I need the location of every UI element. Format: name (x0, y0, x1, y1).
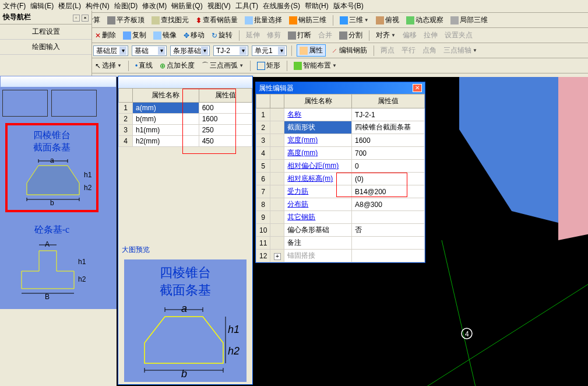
rotate-button[interactable]: ↻旋转 (210, 30, 234, 41)
menu-component[interactable]: 构件(N) (86, 1, 110, 11)
move-button[interactable]: ✥移动 (182, 30, 206, 41)
shape-thumb-small-1[interactable] (2, 90, 48, 117)
parallel-button[interactable]: 平行 (400, 45, 417, 56)
expand-icon[interactable]: + (274, 253, 281, 260)
shape-thumb-small-2[interactable] (51, 90, 97, 117)
align-button[interactable]: 对齐▼ (374, 30, 397, 41)
dyn-button[interactable]: 动态观察 (404, 15, 445, 26)
prop-name-cell[interactable]: 分布筋 (284, 198, 352, 211)
addlen-button[interactable]: ⊕点加长度 (158, 60, 196, 71)
prop-value-cell[interactable]: A8@300 (351, 198, 424, 211)
shape-thumb-concrete-strip[interactable]: 砼条基-c A h1 h2 B (5, 220, 98, 304)
stretch-button[interactable]: 拉伸 (422, 30, 439, 41)
rect-button[interactable]: 矩形 (255, 60, 282, 71)
merge-button[interactable]: 合并 (316, 30, 334, 41)
prop-name-cell[interactable]: 高度(mm) (284, 147, 352, 160)
cell-h2-name[interactable]: h2(mm) (133, 136, 199, 147)
nav-draw-input[interactable]: 绘图输入 (0, 40, 91, 55)
prop-button[interactable]: 属性 (297, 44, 326, 57)
small-prop-titlebar[interactable] (118, 76, 252, 88)
two-button[interactable]: 两点 (379, 45, 396, 56)
nav-pin-icon[interactable]: ▫ (73, 15, 80, 22)
prop-value-cell[interactable]: 0 (351, 160, 424, 173)
menu-file[interactable]: 文件(F) (3, 1, 26, 11)
prop-name-cell[interactable]: 备注 (284, 237, 352, 250)
prop-name-cell[interactable]: 偏心条形基础 (284, 224, 352, 237)
nav-close-icon[interactable]: × (82, 15, 89, 22)
prop-name-cell[interactable]: 名称 (284, 108, 352, 121)
cell-b-name[interactable]: b(mm) (133, 114, 199, 125)
break-button[interactable]: 打断 (286, 30, 313, 41)
prop-value-cell[interactable]: 1600 (351, 134, 424, 147)
aux-button[interactable]: 三点辅轴▼ (442, 45, 479, 56)
cell-h2-val[interactable]: 450 (199, 136, 252, 147)
delete-button[interactable]: ✕删除 (93, 30, 118, 41)
extend-button[interactable]: 延伸 (244, 30, 262, 41)
close-icon[interactable]: ✕ (413, 84, 422, 92)
type-combo[interactable]: 条形基础 (170, 45, 210, 56)
batch-button[interactable]: 批量选择 (243, 15, 284, 26)
nav-engineering[interactable]: 工程设置 (0, 24, 91, 40)
prop-value-cell[interactable] (351, 237, 424, 250)
layer-combo[interactable]: 基础层 (93, 45, 128, 56)
prop-name-cell[interactable]: 宽度(mm) (284, 134, 352, 147)
prop-name-cell[interactable]: 受力筋 (284, 185, 352, 198)
find-button[interactable]: 查找图元 (150, 15, 191, 26)
tri-button[interactable]: 钢筋三维 (287, 15, 328, 26)
angle-button[interactable]: 点角 (421, 45, 438, 56)
mirror-button[interactable]: 镜像 (152, 30, 178, 41)
menu-help[interactable]: 帮助(H) (305, 1, 329, 11)
bird-button[interactable]: 俯视 (374, 15, 401, 26)
shape-diagram-2: A h1 h2 B (7, 236, 94, 300)
category-combo[interactable]: 基础 (132, 45, 167, 56)
prop-value-cell[interactable] (351, 211, 424, 224)
property-editor-titlebar[interactable]: 属性编辑器 ✕ (256, 82, 425, 94)
copy-button[interactable]: 复制 (121, 30, 148, 41)
menu-edit[interactable]: 编辑(E) (30, 1, 54, 11)
prop-value-cell[interactable]: 700 (351, 147, 424, 160)
viewbar-button[interactable]: ⬍查看钢筋量 (194, 15, 240, 26)
line-button[interactable]: •直线 (133, 60, 154, 71)
cell-a-name[interactable]: a(mm) (133, 103, 199, 114)
prop-value-cell[interactable]: B14@200 (351, 185, 424, 198)
prop-name-cell[interactable]: 相对底标高(m) (284, 173, 352, 185)
menu-modify[interactable]: 修改(M) (142, 1, 167, 11)
prop-value-cell[interactable]: 四棱锥台截面条基 (351, 121, 424, 134)
split-button[interactable]: 分割 (337, 30, 364, 41)
prop-name-cell[interactable]: 截面形状 (284, 121, 352, 134)
unit-combo[interactable]: 单元1 (252, 45, 287, 56)
clip-button[interactable]: 设置夹点 (443, 30, 474, 41)
trim-button[interactable]: 修剪 (265, 30, 283, 41)
prop-value-cell[interactable] (351, 250, 424, 262)
item-combo[interactable]: TJ-2 (213, 45, 248, 56)
menu-version[interactable]: 版本号(B) (333, 1, 364, 11)
shape-thumb-trapezoid[interactable]: 四棱锥台截面条基 a h1 h2 b (5, 123, 98, 212)
prop-value-cell[interactable]: TJ-2-1 (351, 108, 424, 121)
select-button[interactable]: ↖选择▼ (93, 60, 124, 71)
offset-button[interactable]: 偏移 (401, 30, 418, 41)
flat-button[interactable]: 平齐板顶 (105, 15, 146, 26)
prop-value-cell[interactable]: (0) (351, 173, 424, 185)
loc3d-button[interactable]: 局部三维 (449, 15, 490, 26)
cell-a-val[interactable]: 600 (199, 103, 252, 114)
prop-value-cell[interactable]: 否 (351, 224, 424, 237)
menu-draw[interactable]: 绘图(D) (114, 1, 138, 11)
arc-button[interactable]: ⌒三点画弧▼ (200, 60, 245, 71)
cell-h1-val[interactable]: 250 (199, 125, 252, 136)
prop-name-cell[interactable]: 相对偏心距(mm) (284, 160, 352, 173)
cell-b-val[interactable]: 1600 (199, 114, 252, 125)
menu-floor[interactable]: 楼层(L) (58, 1, 81, 11)
menu-rebar[interactable]: 钢筋量(Q) (171, 1, 202, 11)
prop-name-cell[interactable]: 其它钢筋 (284, 211, 352, 224)
menu-online[interactable]: 在线服务(S) (263, 1, 300, 11)
prop-name-cell[interactable]: 锚固搭接 (284, 250, 352, 262)
shape-window-titlebar[interactable] (0, 76, 117, 87)
shape-diagram-1: a h1 h2 b (9, 154, 97, 206)
svg-text:b: b (181, 368, 187, 380)
td-button[interactable]: 三维▼ (338, 15, 371, 26)
editbar-button[interactable]: ⟋编辑钢筋 (329, 45, 369, 56)
menu-tools[interactable]: 工具(T) (235, 1, 258, 11)
smart-button[interactable]: 智能布置▼ (292, 60, 339, 71)
cell-h1-name[interactable]: h1(mm) (133, 125, 199, 136)
menu-view[interactable]: 视图(V) (207, 1, 231, 11)
